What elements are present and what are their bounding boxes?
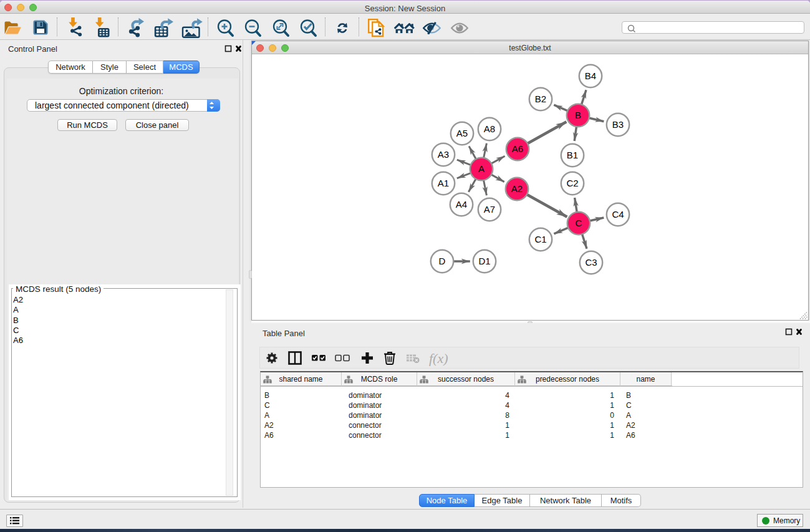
- svg-text:C3: C3: [585, 257, 597, 268]
- svg-text:Memory: Memory: [773, 516, 800, 525]
- svg-text:A3: A3: [438, 149, 449, 160]
- svg-text:A2: A2: [511, 183, 523, 194]
- svg-text:A6: A6: [512, 143, 523, 154]
- svg-text:A8: A8: [484, 123, 495, 134]
- svg-text:A4: A4: [456, 199, 467, 210]
- svg-text:A: A: [478, 163, 485, 174]
- svg-text:A7: A7: [484, 204, 495, 215]
- svg-text:C4: C4: [612, 209, 624, 220]
- svg-text:B: B: [575, 110, 581, 120]
- svg-text:B1: B1: [567, 150, 578, 160]
- svg-text:f(x): f(x): [429, 351, 448, 366]
- svg-text:A1: A1: [438, 178, 449, 188]
- svg-text:D1: D1: [478, 256, 490, 266]
- svg-text:B4: B4: [585, 70, 596, 81]
- svg-text:D: D: [439, 256, 446, 266]
- svg-text:C1: C1: [534, 234, 546, 244]
- svg-text:C2: C2: [566, 178, 578, 188]
- svg-text:B3: B3: [612, 119, 624, 130]
- svg-text:A5: A5: [456, 128, 468, 138]
- svg-text:B2: B2: [535, 94, 546, 104]
- svg-text:C: C: [576, 218, 582, 228]
